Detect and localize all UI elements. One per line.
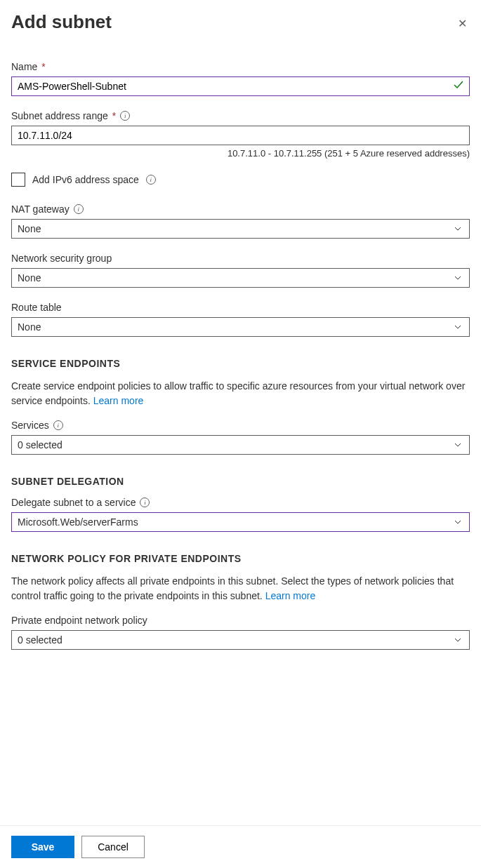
policy-select[interactable]: 0 selected	[11, 630, 470, 650]
services-select[interactable]: 0 selected	[11, 435, 470, 455]
nsg-select[interactable]: None	[11, 268, 470, 288]
delegate-select[interactable]: Microsoft.Web/serverFarms	[11, 512, 470, 532]
subnet-delegation-header: SUBNET DELEGATION	[11, 476, 470, 487]
close-icon[interactable]: ✕	[455, 14, 470, 33]
info-icon[interactable]: i	[120, 111, 130, 121]
subnet-range-label: Subnet address range	[11, 110, 108, 121]
chevron-down-icon	[454, 518, 462, 526]
chevron-down-icon	[454, 323, 462, 331]
name-input[interactable]	[11, 76, 470, 96]
nat-gateway-select[interactable]: None	[11, 219, 470, 239]
check-icon	[453, 79, 464, 93]
route-table-select[interactable]: None	[11, 317, 470, 337]
subnet-range-helper: 10.7.11.0 - 10.7.11.255 (251 + 5 Azure r…	[11, 148, 470, 159]
name-label: Name	[11, 61, 37, 72]
ipv6-label: Add IPv6 address space	[32, 174, 139, 185]
delegate-label: Delegate subnet to a service	[11, 497, 136, 508]
ipv6-checkbox[interactable]	[11, 173, 25, 187]
info-icon[interactable]: i	[53, 420, 63, 430]
network-policy-header: NETWORK POLICY FOR PRIVATE ENDPOINTS	[11, 553, 470, 564]
subnet-range-input[interactable]	[11, 126, 470, 145]
policy-value: 0 selected	[18, 634, 62, 646]
nsg-value: None	[18, 272, 41, 283]
info-icon[interactable]: i	[74, 204, 84, 214]
learn-more-link[interactable]: Learn more	[93, 395, 144, 406]
required-mark: *	[41, 61, 45, 72]
policy-label: Private endpoint network policy	[11, 615, 147, 626]
service-endpoints-desc: Create service endpoint policies to allo…	[11, 380, 465, 406]
chevron-down-icon	[454, 274, 462, 282]
chevron-down-icon	[454, 441, 462, 449]
chevron-down-icon	[454, 225, 462, 233]
info-icon[interactable]: i	[140, 498, 150, 507]
nat-gateway-label: NAT gateway	[11, 203, 70, 215]
page-title: Add subnet	[11, 11, 112, 33]
required-mark: *	[112, 110, 116, 121]
network-policy-desc: The network policy affects all private e…	[11, 575, 454, 601]
chevron-down-icon	[454, 636, 462, 644]
info-icon[interactable]: i	[146, 175, 156, 185]
nat-gateway-value: None	[18, 223, 41, 234]
nsg-label: Network security group	[11, 253, 112, 264]
route-table-value: None	[18, 321, 41, 333]
footer: Save Cancel	[0, 825, 481, 868]
services-value: 0 selected	[18, 439, 62, 450]
route-table-label: Route table	[11, 302, 62, 313]
service-endpoints-header: SERVICE ENDPOINTS	[11, 358, 470, 369]
learn-more-link[interactable]: Learn more	[265, 590, 316, 601]
save-button[interactable]: Save	[11, 836, 74, 858]
services-label: Services	[11, 420, 49, 431]
delegate-value: Microsoft.Web/serverFarms	[18, 516, 138, 528]
cancel-button[interactable]: Cancel	[81, 836, 145, 858]
